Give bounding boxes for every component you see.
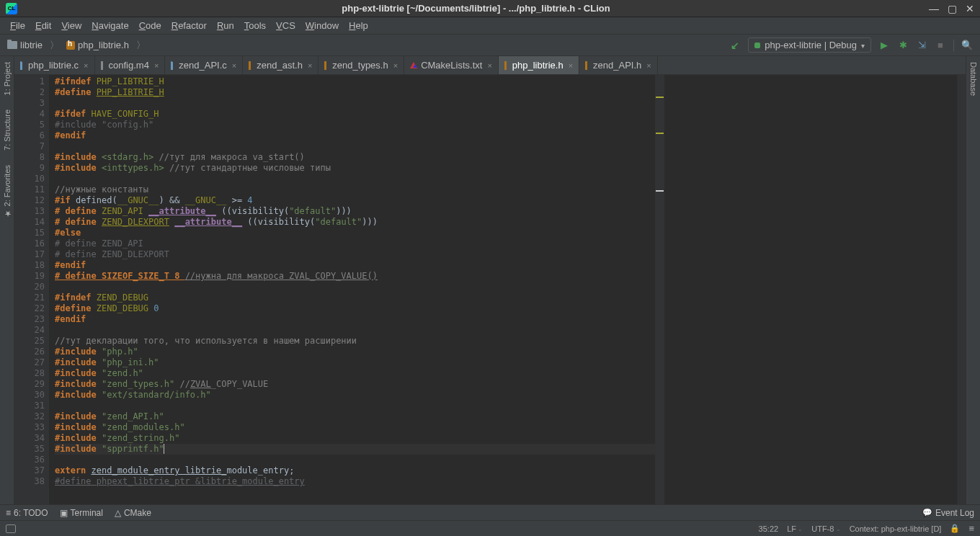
code-line[interactable]: //нужные константы <box>55 184 655 195</box>
run-button[interactable] <box>878 40 890 51</box>
tab-zend_API-h[interactable]: zend_API.h× <box>579 56 658 74</box>
code-line[interactable]: #ifdef HAVE_CONFIG_H <box>55 109 655 120</box>
cmake-tool[interactable]: △ CMake <box>115 508 151 518</box>
code-line[interactable]: # define ZEND_API __attribute__ ((visibi… <box>55 206 655 217</box>
context[interactable]: Context: php-ext-libtrie [D] <box>850 524 942 533</box>
close-icon[interactable]: × <box>569 61 573 70</box>
code-line[interactable] <box>55 141 655 152</box>
menu-code[interactable]: Code <box>135 19 166 32</box>
side-tool-project[interactable]: 1: Project <box>3 59 12 98</box>
maximize-button[interactable]: ▢ <box>948 3 957 14</box>
file-icon <box>20 61 24 70</box>
breadcrumb-item[interactable]: libtrie <box>4 38 45 52</box>
code-line[interactable]: #if defined(__GNUC__) && __GNUC__ >= 4 <box>55 195 655 206</box>
line-number: 33 <box>14 422 45 433</box>
code-line[interactable]: #include "php.h" <box>55 347 655 357</box>
code-line[interactable]: #include "ext/standard/info.h" <box>55 390 655 401</box>
side-tool-database[interactable]: Database <box>969 59 978 99</box>
close-icon[interactable]: × <box>393 61 398 70</box>
line-number: 7 <box>14 141 45 152</box>
close-icon[interactable]: × <box>154 61 159 70</box>
code-line[interactable] <box>55 325 655 336</box>
code-line[interactable]: # define ZEND_DLEXPORT __attribute__ ((v… <box>55 217 655 228</box>
code-line[interactable]: #define PHP_LIBTRIE_H <box>55 87 655 98</box>
code-line[interactable]: #endif <box>55 260 655 271</box>
code-line[interactable]: #include "zend_types.h" //ZVAL_COPY_VALU… <box>55 379 655 390</box>
tab-zend_types-h[interactable]: zend_types.h× <box>318 56 404 74</box>
minimap-left[interactable] <box>655 75 664 504</box>
side-tool-favorites[interactable]: 2: Favorites <box>2 162 12 221</box>
side-tool-structure[interactable]: 7: Structure <box>3 107 12 153</box>
code-line[interactable]: #define ZEND_DEBUG 0 <box>55 303 655 314</box>
run-config-selector[interactable]: php-ext-libtrie | Debug <box>748 37 871 53</box>
menu-window[interactable]: Window <box>301 19 343 32</box>
code-line[interactable]: //тут декларации того, что используется … <box>55 336 655 347</box>
tab-zend_API-c[interactable]: zend_API.c× <box>165 56 243 74</box>
menu-run[interactable]: Run <box>213 19 239 32</box>
close-icon[interactable]: × <box>308 61 312 70</box>
todo-tool[interactable]: ≡ 6: TODO <box>6 508 48 518</box>
menu-help[interactable]: Help <box>344 19 373 32</box>
editor-pane-right[interactable] <box>664 75 966 504</box>
close-icon[interactable]: × <box>84 61 88 70</box>
code-line[interactable]: # define SIZEOF_SIZE_T 8 //нужна для мак… <box>55 271 655 282</box>
minimap-right[interactable] <box>957 75 966 504</box>
breadcrumb-item[interactable]: php_libtrie.h <box>63 38 132 52</box>
minimize-button[interactable]: — <box>929 3 939 14</box>
code-line[interactable]: #include "php_ini.h" <box>55 357 655 368</box>
menu-navigate[interactable]: Navigate <box>87 19 133 32</box>
code-line[interactable] <box>55 174 655 184</box>
menu-edit[interactable]: Edit <box>31 19 55 32</box>
code-line[interactable]: #include <inttypes.h> //тут стандартные … <box>55 163 655 174</box>
tab-php_libtrie-h[interactable]: php_libtrie.h× <box>499 56 579 74</box>
debug-button[interactable] <box>897 40 909 51</box>
tab-config-m4[interactable]: config.m4× <box>95 56 166 74</box>
menu-refactor[interactable]: Refactor <box>167 19 211 32</box>
menu-vcs[interactable]: VCS <box>272 19 300 32</box>
code-line[interactable]: #include "zend.h" <box>55 368 655 379</box>
code-line[interactable]: #include "spprintf.h" <box>55 444 655 455</box>
editor-pane-left[interactable]: 1234567891011121314151617181920212223242… <box>14 75 664 504</box>
line-ending[interactable]: LF <box>787 524 803 533</box>
code-line[interactable]: #include "config.h" <box>55 120 655 130</box>
tab-php_libtrie-c[interactable]: php_libtrie.c× <box>14 56 95 74</box>
code-line[interactable]: #include "zend_API.h" <box>55 411 655 422</box>
layers-icon[interactable] <box>968 523 974 534</box>
code-line[interactable]: #include <stdarg.h> //тут для макроса va… <box>55 152 655 163</box>
menu-file[interactable]: File <box>6 19 30 32</box>
tab-zend_ast-h[interactable]: zend_ast.h× <box>243 56 318 74</box>
close-icon[interactable]: × <box>232 61 236 70</box>
search-button[interactable] <box>961 40 973 51</box>
code-line[interactable]: #endif <box>55 314 655 325</box>
code-area[interactable]: #ifndef PHP_LIBTRIE_H#define PHP_LIBTRIE… <box>49 75 655 504</box>
event-log-tool[interactable]: Event Log <box>922 508 974 518</box>
code-line[interactable]: #ifndef ZEND_DEBUG <box>55 292 655 303</box>
menu-tools[interactable]: Tools <box>240 19 270 32</box>
code-line[interactable]: #include "zend_string.h" <box>55 433 655 444</box>
encoding[interactable]: UTF-8 <box>811 524 840 533</box>
terminal-tool[interactable]: ▣ Terminal <box>60 508 103 518</box>
code-line[interactable]: #ifndef PHP_LIBTRIE_H <box>55 76 655 87</box>
code-line[interactable]: #define phpext_libtrie_ptr &libtrie_modu… <box>55 476 655 487</box>
file-icon <box>585 61 589 70</box>
close-button[interactable]: ✕ <box>966 3 974 14</box>
code-line[interactable]: #endif <box>55 130 655 141</box>
code-line[interactable]: extern zend_module_entry libtrie_module_… <box>55 465 655 476</box>
code-line[interactable]: # define ZEND_API <box>55 238 655 249</box>
menu-view[interactable]: View <box>57 19 86 32</box>
code-line[interactable]: #else <box>55 228 655 238</box>
code-line[interactable] <box>55 455 655 465</box>
code-line[interactable] <box>55 282 655 292</box>
lock-icon[interactable] <box>950 524 960 533</box>
code-line[interactable] <box>55 401 655 411</box>
close-icon[interactable]: × <box>646 61 651 70</box>
tab-CMakeLists-txt[interactable]: CMakeLists.txt× <box>404 56 499 74</box>
code-line[interactable]: # define ZEND_DLEXPORT <box>55 249 655 260</box>
editor-tabs: php_libtrie.c×config.m4×zend_API.c×zend_… <box>14 56 966 75</box>
status-indicator-icon[interactable] <box>6 524 16 533</box>
build-icon[interactable] <box>729 40 741 51</box>
code-line[interactable] <box>55 98 655 109</box>
code-line[interactable]: #include "zend_modules.h" <box>55 422 655 433</box>
close-icon[interactable]: × <box>487 61 491 70</box>
attach-button[interactable] <box>916 40 927 51</box>
